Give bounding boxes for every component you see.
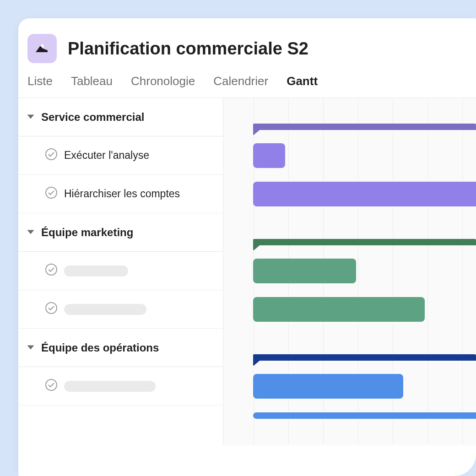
task-bar[interactable] bbox=[253, 412, 476, 419]
section-label: Service commercial bbox=[41, 111, 144, 124]
task-bar[interactable] bbox=[253, 143, 285, 168]
tab-calendrier[interactable]: Calendrier bbox=[213, 74, 268, 88]
task-label: Exécuter l'analyse bbox=[64, 149, 149, 162]
tab-gantt[interactable]: Gantt bbox=[287, 74, 318, 88]
task-row[interactable] bbox=[18, 290, 223, 329]
check-circle-icon[interactable] bbox=[45, 186, 58, 202]
check-circle-icon[interactable] bbox=[45, 148, 58, 163]
check-circle-icon[interactable] bbox=[45, 379, 58, 394]
svg-point-3 bbox=[46, 303, 57, 314]
tab-liste[interactable]: Liste bbox=[27, 74, 53, 88]
placeholder-text bbox=[64, 381, 156, 392]
check-circle-icon[interactable] bbox=[45, 263, 58, 279]
project-header: Planification commerciale S2 bbox=[18, 18, 476, 70]
gantt-bars bbox=[223, 98, 476, 445]
chevron-down-icon bbox=[27, 341, 35, 354]
task-row[interactable]: Hiérarchiser les comptes bbox=[18, 175, 223, 213]
svg-point-4 bbox=[46, 379, 57, 390]
tab-chronologie[interactable]: Chronologie bbox=[131, 74, 195, 88]
section-bracket bbox=[253, 354, 476, 361]
section-header-marketing[interactable]: Équipe marketing bbox=[18, 213, 223, 252]
task-bar[interactable] bbox=[253, 297, 425, 322]
shoe-icon bbox=[34, 40, 50, 57]
section-header-operations[interactable]: Équipe des opérations bbox=[18, 329, 223, 367]
section-header-commercial[interactable]: Service commercial bbox=[18, 98, 223, 136]
tab-tableau[interactable]: Tableau bbox=[71, 74, 113, 88]
section-bracket bbox=[253, 124, 476, 130]
check-circle-icon[interactable] bbox=[45, 302, 58, 317]
section-label: Équipe des opérations bbox=[41, 341, 159, 354]
project-icon bbox=[27, 34, 57, 63]
section-bracket bbox=[253, 239, 476, 245]
task-row[interactable] bbox=[18, 367, 223, 406]
chevron-down-icon bbox=[27, 111, 35, 124]
chevron-down-icon bbox=[27, 226, 35, 239]
gantt-timeline[interactable] bbox=[223, 98, 476, 445]
view-tabs: Liste Tableau Chronologie Calendrier Gan… bbox=[18, 70, 476, 97]
svg-point-1 bbox=[46, 187, 57, 198]
task-label: Hiérarchiser les comptes bbox=[64, 188, 180, 200]
task-list-column: Service commercial Exécuter l'analyse Hi… bbox=[18, 98, 223, 445]
project-title: Planification commerciale S2 bbox=[68, 39, 308, 59]
svg-point-2 bbox=[46, 264, 57, 275]
gantt-view: Service commercial Exécuter l'analyse Hi… bbox=[18, 97, 476, 445]
app-window: Planification commerciale S2 Liste Table… bbox=[18, 18, 476, 476]
section-label: Équipe marketing bbox=[41, 226, 133, 239]
svg-point-0 bbox=[46, 149, 57, 160]
placeholder-text bbox=[64, 304, 146, 315]
task-row[interactable]: Exécuter l'analyse bbox=[18, 136, 223, 175]
placeholder-text bbox=[64, 265, 128, 276]
task-row[interactable] bbox=[18, 252, 223, 290]
task-bar[interactable] bbox=[253, 259, 356, 283]
task-bar[interactable] bbox=[253, 374, 403, 399]
task-bar[interactable] bbox=[253, 182, 476, 206]
